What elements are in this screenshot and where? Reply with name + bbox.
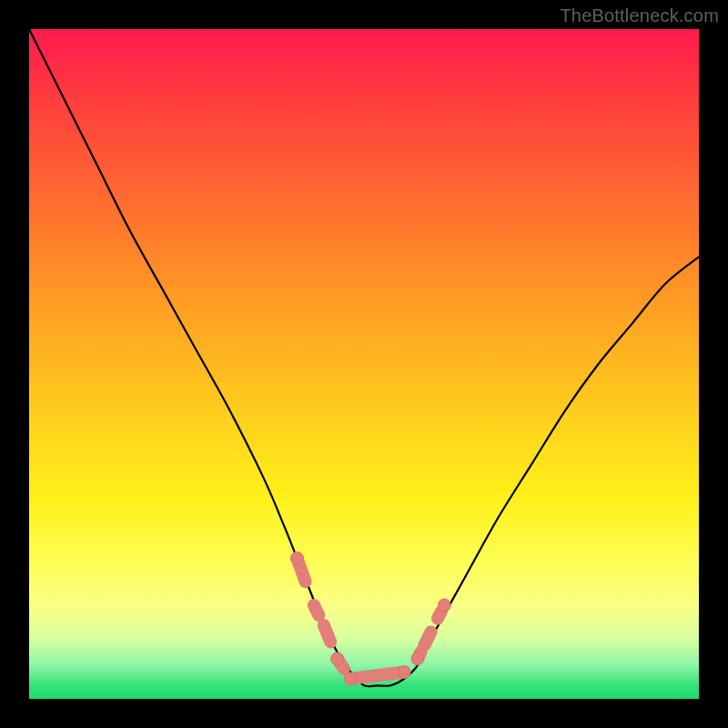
chart-frame: TheBottleneck.com xyxy=(0,0,728,728)
bottleneck-curve xyxy=(29,29,699,686)
curve-marker xyxy=(438,612,441,618)
curve-marker-dot xyxy=(344,672,357,685)
curve-marker xyxy=(424,632,430,645)
curve-marker-dot xyxy=(398,666,410,679)
curve-marker-dot xyxy=(438,599,450,612)
markers-group xyxy=(290,551,450,684)
curve-marker xyxy=(314,605,319,615)
curve-marker-dot xyxy=(411,652,424,665)
plot-area xyxy=(29,29,699,699)
curve-marker-dot xyxy=(331,652,344,665)
curve-marker-bottom xyxy=(350,672,404,679)
curve-marker xyxy=(324,625,330,642)
attribution-text: TheBottleneck.com xyxy=(560,5,719,26)
curve-svg xyxy=(29,29,699,699)
curve-marker-dot xyxy=(290,551,303,564)
